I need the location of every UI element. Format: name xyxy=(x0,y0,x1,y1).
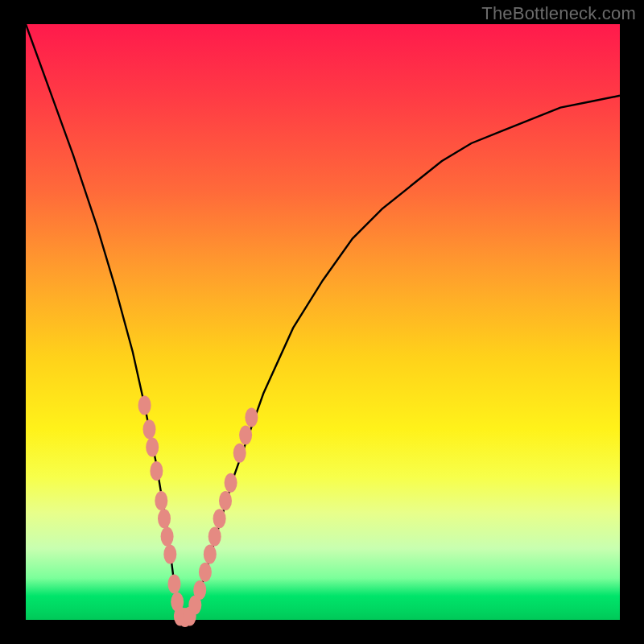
chart-frame: TheBottleneck.com xyxy=(0,0,644,644)
watermark-text: TheBottleneck.com xyxy=(481,3,636,24)
marker-dot xyxy=(245,407,258,427)
marker-dot xyxy=(208,526,221,546)
marker-dot xyxy=(213,509,226,528)
marker-dot xyxy=(239,426,252,445)
bottleneck-curve xyxy=(26,24,620,620)
marker-dot xyxy=(161,526,174,546)
marker-dot xyxy=(225,473,237,493)
marker-dot xyxy=(138,396,151,415)
marker-dot xyxy=(150,461,163,481)
marker-dot xyxy=(204,545,217,564)
marker-dot xyxy=(233,444,246,463)
plot-area xyxy=(26,24,620,620)
marker-dot xyxy=(219,491,232,510)
marker-dot xyxy=(146,437,159,456)
marker-dot xyxy=(168,575,181,594)
chart-svg xyxy=(26,24,620,620)
marker-dot xyxy=(199,563,212,582)
marker-dot xyxy=(155,491,167,510)
marker-dot xyxy=(158,509,171,528)
highlight-markers xyxy=(138,396,258,627)
marker-dot xyxy=(163,545,176,564)
marker-dot xyxy=(193,580,206,600)
marker-dot xyxy=(143,419,156,439)
